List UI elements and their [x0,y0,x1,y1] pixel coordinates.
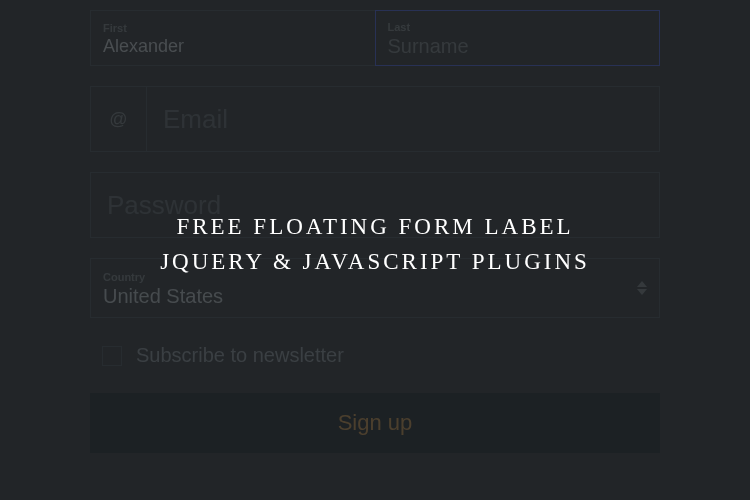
name-row: First Alexander Last Surname [90,10,660,66]
title-line-1: FREE FLOATING FORM LABEL [160,210,590,245]
first-name-field[interactable]: First Alexander [90,10,375,66]
signup-button[interactable]: Sign up [90,393,660,453]
subscribe-row: Subscribe to newsletter [90,344,660,367]
email-row: @ Email [90,86,660,152]
title-overlay: FREE FLOATING FORM LABEL JQUERY & JAVASC… [160,210,590,279]
first-name-label: First [103,22,363,34]
last-name-label: Last [388,21,648,33]
title-line-2: JQUERY & JAVASCRIPT PLUGINS [160,244,590,278]
at-icon: @ [90,86,146,152]
email-placeholder: Email [163,104,228,135]
country-value: United States [103,285,647,308]
email-field[interactable]: Email [146,86,660,152]
subscribe-checkbox[interactable] [102,346,122,366]
subscribe-label: Subscribe to newsletter [136,344,344,367]
last-name-field[interactable]: Last Surname [375,10,661,66]
chevron-updown-icon [637,281,647,295]
last-name-placeholder: Surname [388,35,648,58]
first-name-value: Alexander [103,36,363,57]
